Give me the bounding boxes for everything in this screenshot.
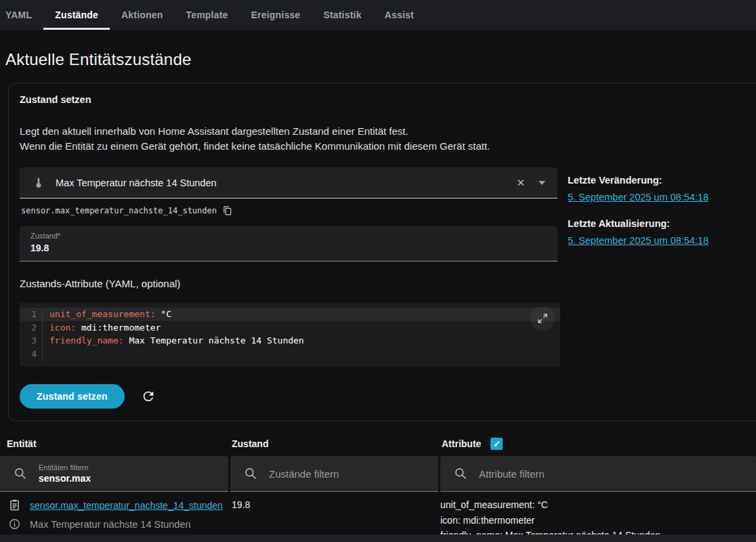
row-friendly-name: Max Temperatur nächste 14 Stunden (30, 519, 191, 530)
info-icon[interactable] (8, 518, 21, 530)
thermometer-icon (32, 176, 45, 190)
column-header-state: Zustand (230, 435, 438, 456)
last-updated-label: Letzte Aktualisierung: (568, 218, 709, 229)
entity-id-text: sensor.max_temperatur_nachste_14_stunden (21, 206, 217, 215)
line-number: 2 (20, 321, 43, 335)
entity-filter-input[interactable]: Entitäten filtern sensor.max (0, 456, 228, 492)
last-changed-link[interactable]: 5. September 2025 um 08:54:18 (568, 192, 709, 203)
state-filter-input[interactable]: Zustände filtern (230, 456, 438, 492)
line-number: 4 (20, 348, 43, 361)
tab-zustaende[interactable]: Zustände (43, 0, 110, 30)
tab-yaml[interactable]: YAML (5, 0, 43, 30)
row-attribute-line: icon: mdi:thermometer (440, 513, 756, 528)
line-number: 1 (20, 308, 43, 321)
card-title: Zustand setzen (20, 94, 756, 105)
chevron-down-icon[interactable] (539, 181, 545, 185)
row-entity-id-link[interactable]: sensor.max_temperatur_nachste_14_stunden (30, 500, 223, 511)
attribute-filter-input[interactable]: Attribute filtern (440, 456, 756, 492)
column-header-attributes: Attribute ✓ (440, 435, 756, 456)
description-line-1: Legt den aktuell innerhalb von Home Assi… (20, 124, 756, 139)
refresh-icon (141, 389, 156, 404)
tab-statistik[interactable]: Statistik (312, 0, 373, 30)
expand-icon (537, 312, 549, 325)
yaml-editor[interactable]: 1 unit_of_measurement: °C 2 icon: mdi:th… (20, 303, 560, 367)
attributes-checkbox[interactable]: ✓ (490, 438, 503, 450)
state-input-label: Zustand* (30, 232, 547, 240)
column-header-entity: Entität (0, 435, 228, 456)
state-input[interactable]: Zustand* 19.8 (20, 226, 558, 262)
code-line[interactable]: 2 icon: mdi:thermometer (20, 321, 560, 335)
attributes-section-label: Zustands-Attribute (YAML, optional) (20, 278, 558, 289)
copy-icon[interactable] (223, 206, 232, 215)
states-table: Entität Zustand Attribute ✓ Entitäten fi… (0, 435, 756, 542)
entity-picker-value: Max Temperatur nächste 14 Stunden (56, 178, 516, 188)
refresh-button[interactable] (141, 389, 156, 404)
search-icon (454, 467, 467, 480)
line-number: 3 (20, 334, 43, 348)
clear-icon[interactable]: ✕ (516, 177, 525, 189)
attribute-filter-placeholder: Attribute filtern (479, 468, 545, 480)
tab-ereignisse[interactable]: Ereignisse (240, 0, 312, 30)
search-icon (244, 467, 257, 480)
state-input-value: 19.8 (30, 243, 547, 253)
tab-aktionen[interactable]: Aktionen (110, 0, 175, 30)
entity-picker[interactable]: Max Temperatur nächste 14 Stunden ✕ (20, 167, 558, 199)
page-title: Aktuelle Entitätszustände (5, 50, 756, 69)
entity-filter-value: sensor.max (39, 473, 91, 484)
copy-entity-id-icon[interactable] (8, 499, 21, 512)
description-line-2: Wenn die Entität zu einem Gerät gehört, … (20, 139, 756, 154)
entity-filter-label: Entitäten filtern (39, 463, 91, 472)
set-state-button[interactable]: Zustand setzen (20, 384, 125, 409)
code-line[interactable]: 3 friendly_name: Max Temperatur nächste … (20, 334, 560, 348)
devtools-tabbar: YAML Zustände Aktionen Template Ereignis… (0, 0, 756, 30)
tab-template[interactable]: Template (175, 0, 240, 30)
code-line[interactable]: 4 (20, 348, 560, 361)
bottom-scrollbar-track (0, 535, 756, 542)
code-text: unit_of_measurement: °C (43, 308, 171, 321)
expand-editor-button[interactable] (530, 306, 555, 331)
code-line[interactable]: 1 unit_of_measurement: °C (20, 308, 560, 321)
tab-assist[interactable]: Assist (373, 0, 425, 30)
state-filter-placeholder: Zustände filtern (269, 468, 339, 480)
last-changed-label: Letzte Veränderung: (568, 175, 709, 186)
card-description: Legt den aktuell innerhalb von Home Assi… (20, 124, 756, 154)
code-text: friendly_name: Max Temperatur nächste 14… (43, 334, 304, 348)
entity-timestamps: Letzte Veränderung: 5. September 2025 um… (568, 167, 709, 409)
row-attribute-line: unit_of_measurement: °C (440, 497, 756, 513)
search-icon (14, 467, 27, 480)
last-updated-link[interactable]: 5. September 2025 um 08:54:18 (568, 235, 709, 246)
code-text: icon: mdi:thermometer (43, 321, 161, 335)
set-state-card: Zustand setzen Legt den aktuell innerhal… (8, 83, 756, 421)
